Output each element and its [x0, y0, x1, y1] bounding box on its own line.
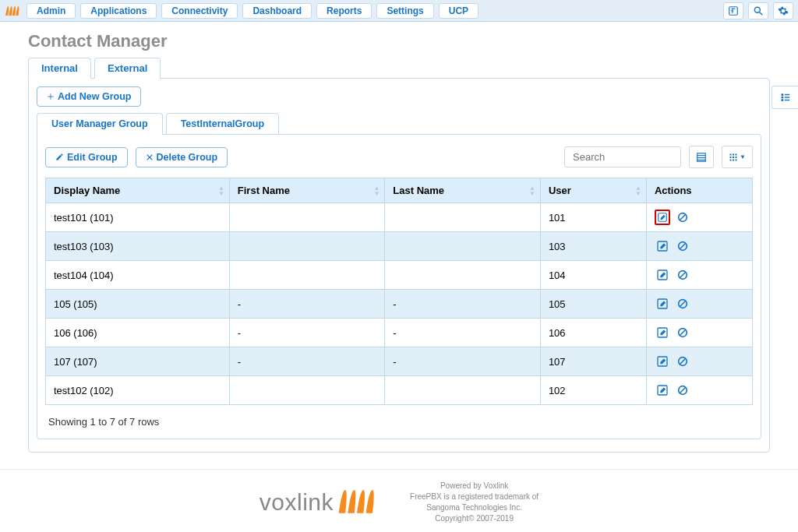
- svg-rect-10: [733, 153, 734, 155]
- cell-user: 104: [540, 261, 646, 290]
- search-icon-button[interactable]: [748, 2, 768, 19]
- close-icon: [146, 153, 154, 161]
- main-content: Contact Manager InternalExternal Add New…: [0, 22, 798, 453]
- svg-line-20: [680, 214, 686, 220]
- svg-line-29: [680, 301, 686, 307]
- top-menubar: AdminApplicationsConnectivityDashboardRe…: [0, 0, 798, 22]
- edit-row-icon[interactable]: [655, 238, 670, 254]
- edit-row-icon[interactable]: [655, 210, 670, 225]
- page-title: Contact Manager: [28, 31, 770, 51]
- inner-tab-user-manager-group[interactable]: User Manager Group: [37, 113, 163, 135]
- columns-toggle-button[interactable]: [689, 146, 714, 168]
- footer-line1: Powered by Voxlink: [410, 481, 538, 491]
- edit-row-icon[interactable]: [655, 296, 670, 312]
- inner-tab-testinternalgroup[interactable]: TestInternalGroup: [166, 113, 279, 135]
- column-last-name[interactable]: Last Name▲▼: [385, 178, 541, 203]
- table-row: test102 (102)102: [46, 376, 753, 405]
- cell-user: 107: [540, 347, 646, 376]
- svg-point-41: [782, 97, 783, 98]
- edit-group-button[interactable]: Edit Group: [45, 147, 128, 167]
- svg-rect-9: [730, 153, 732, 155]
- menu-item-settings[interactable]: Settings: [376, 3, 433, 19]
- footer-logo-icon: [337, 488, 379, 516]
- menu-item-connectivity[interactable]: Connectivity: [161, 3, 238, 19]
- delete-group-button[interactable]: Delete Group: [136, 147, 228, 167]
- cell-user: 103: [540, 232, 646, 261]
- ban-row-icon[interactable]: [675, 296, 690, 312]
- cell-display: test102 (102): [46, 376, 230, 405]
- cell-actions: [646, 203, 752, 232]
- table-row: test104 (104)104: [46, 261, 753, 290]
- language-icon-button[interactable]: [723, 2, 743, 19]
- ban-row-icon[interactable]: [675, 325, 690, 340]
- cell-last: -: [385, 347, 541, 376]
- svg-line-38: [680, 387, 686, 393]
- tab-internal[interactable]: Internal: [28, 58, 91, 79]
- svg-rect-16: [733, 159, 734, 160]
- cell-actions: [646, 290, 752, 319]
- sort-icon: ▲▼: [529, 185, 535, 196]
- edit-row-icon[interactable]: [655, 267, 670, 283]
- menu-item-applications[interactable]: Applications: [80, 3, 157, 19]
- cell-display: 107 (107): [46, 347, 230, 376]
- cell-last: [385, 376, 541, 405]
- inner-panel: Edit Group Delete Group ▼ Display Name▲▼…: [37, 134, 761, 439]
- cell-first: [229, 376, 385, 405]
- cell-user: 101: [540, 203, 646, 232]
- edit-group-label: Edit Group: [67, 152, 118, 163]
- svg-point-39: [782, 94, 783, 96]
- cell-first: -: [229, 319, 385, 347]
- pencil-icon: [55, 153, 64, 161]
- sort-icon: ▲▼: [373, 185, 380, 196]
- footer-logo-text: voxlink: [260, 489, 334, 516]
- edit-row-icon[interactable]: [655, 354, 670, 369]
- cell-first: -: [229, 290, 385, 319]
- cell-display: test103 (103): [46, 232, 230, 261]
- footer-line2: FreePBX is a registered trademark of: [410, 491, 538, 502]
- cell-first: [229, 261, 385, 290]
- add-new-group-button[interactable]: Add New Group: [37, 86, 141, 107]
- edit-row-icon[interactable]: [655, 382, 670, 398]
- svg-line-2: [760, 12, 763, 15]
- column-user[interactable]: User▲▼: [540, 178, 646, 203]
- column-display-name[interactable]: Display Name▲▼: [46, 178, 230, 203]
- menu-item-dashboard[interactable]: Dashboard: [242, 3, 312, 19]
- cell-display: test101 (101): [46, 203, 230, 232]
- svg-line-23: [680, 243, 686, 249]
- edit-row-icon[interactable]: [655, 325, 670, 340]
- svg-rect-17: [736, 159, 737, 160]
- menu-item-reports[interactable]: Reports: [316, 3, 372, 19]
- table-body: test101 (101)101test103 (103)103test104 …: [46, 203, 753, 405]
- ban-row-icon[interactable]: [675, 238, 690, 254]
- search-input[interactable]: [564, 146, 681, 167]
- cell-last: [385, 261, 541, 290]
- main-menu: AdminApplicationsConnectivityDashboardRe…: [26, 3, 723, 19]
- view-grid-dropdown[interactable]: ▼: [722, 146, 753, 168]
- ban-row-icon[interactable]: [675, 210, 690, 225]
- sort-icon: ▲▼: [635, 185, 641, 196]
- ban-row-icon[interactable]: [675, 267, 690, 283]
- ban-row-icon[interactable]: [675, 354, 690, 369]
- cell-user: 102: [540, 376, 646, 405]
- cell-actions: [646, 347, 752, 376]
- menu-item-admin[interactable]: Admin: [26, 3, 76, 19]
- tab-external[interactable]: External: [94, 58, 161, 79]
- svg-line-26: [680, 272, 686, 278]
- menu-item-ucp[interactable]: UCP: [439, 3, 478, 19]
- cell-first: -: [229, 347, 385, 376]
- ban-row-icon[interactable]: [675, 382, 690, 398]
- table-row: 105 (105)--105: [46, 290, 753, 319]
- svg-rect-13: [733, 157, 734, 158]
- svg-rect-12: [730, 157, 732, 158]
- group-toolbar: Edit Group Delete Group ▼: [45, 146, 753, 168]
- contacts-table: Display Name▲▼First Name▲▼Last Name▲▼Use…: [45, 178, 753, 405]
- footer-line3: Sangoma Technologies Inc.: [410, 502, 538, 513]
- gear-icon-button[interactable]: [773, 2, 793, 19]
- column-first-name[interactable]: First Name▲▼: [229, 178, 385, 203]
- table-row: test101 (101)101: [46, 203, 753, 232]
- table-row: 106 (106)--106: [46, 319, 753, 347]
- svg-rect-15: [730, 159, 732, 160]
- svg-rect-14: [736, 157, 737, 158]
- side-list-toggle[interactable]: [772, 86, 798, 109]
- column-actions: Actions: [646, 178, 752, 203]
